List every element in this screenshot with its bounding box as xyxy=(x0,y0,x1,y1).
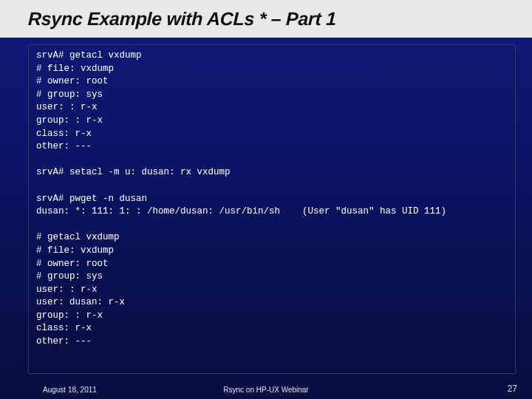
blank-line xyxy=(36,154,508,167)
terminal-content: srvA# getacl vxdump # file: vxdump # own… xyxy=(28,44,516,374)
code-line: srvA# getacl vxdump xyxy=(36,50,508,63)
code-line: # getacl vxdump xyxy=(36,231,508,245)
blank-line xyxy=(36,219,508,232)
code-line: # owner: root xyxy=(36,75,508,89)
title-bar: Rsync Example with ACLs * – Part 1 xyxy=(0,0,532,38)
code-line: class: r-x xyxy=(36,128,508,141)
code-line: srvA# setacl -m u: dusan: rx vxdump xyxy=(36,166,508,180)
code-line: # owner: root xyxy=(36,258,508,271)
slide: Rsync Example with ACLs * – Part 1 srvA#… xyxy=(0,0,532,399)
slide-title: Rsync Example with ACLs * – Part 1 xyxy=(27,8,336,30)
code-line: srvA# pwget -n dusan xyxy=(36,193,508,206)
code-line: user: : r-x xyxy=(36,284,508,297)
blank-line xyxy=(36,180,508,193)
code-line: # file: vxdump xyxy=(36,245,508,258)
footer-center: Rsync on HP-UX Webinar xyxy=(0,386,532,394)
page-number: 27 xyxy=(508,383,517,394)
code-line: user: : r-x xyxy=(36,101,508,115)
code-line: class: r-x xyxy=(36,322,508,335)
code-line: group: : r-x xyxy=(36,310,508,323)
code-line: dusan: *: 111: 1: : /home/dusan: /usr/bi… xyxy=(36,205,508,219)
code-line: # group: sys xyxy=(36,89,508,102)
code-line: other: --- xyxy=(36,140,508,154)
code-line: # group: sys xyxy=(36,270,508,284)
code-line: user: dusan: r-x xyxy=(36,296,508,310)
code-line: other: --- xyxy=(36,335,508,349)
code-line: # file: vxdump xyxy=(36,63,508,76)
code-line: group: : r-x xyxy=(36,115,508,128)
